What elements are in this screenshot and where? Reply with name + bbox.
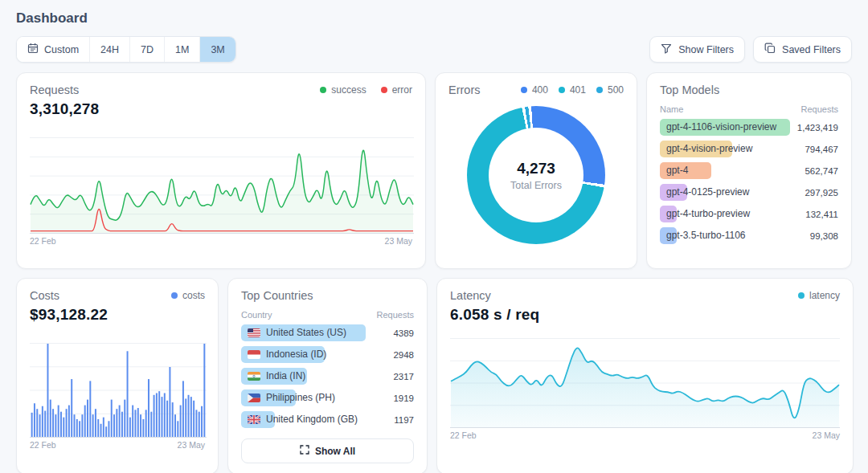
country-request-count: 2948 (372, 350, 414, 360)
table-row[interactable]: gpt-4-0125-preview297,925 (660, 184, 838, 201)
models-table-header: Name Requests (660, 104, 838, 114)
x-label-end: 23 May (178, 440, 205, 450)
latency-legend: latency (798, 290, 840, 301)
costs-card: Costs costs $93,128.22 22 Feb 23 May (16, 278, 219, 473)
top-models-title: Top Models (660, 84, 719, 96)
copy-icon (764, 43, 776, 56)
country-bar-track: India (IN) (241, 368, 366, 385)
costs-total: $93,128.22 (30, 306, 205, 324)
table-row[interactable]: gpt-4562,747 (660, 162, 838, 179)
requests-total: 3,310,278 (30, 100, 412, 118)
model-name: gpt-4-turbo-preview (660, 206, 790, 222)
country-name: United Kingdom (GB) (241, 411, 366, 428)
country-request-count: 1197 (372, 415, 414, 425)
model-name: gpt-4-0125-preview (660, 184, 790, 201)
table-row[interactable]: India (IN)2317 (241, 368, 414, 385)
countries-table-header: Country Requests (241, 310, 414, 320)
country-name: United States (US) (241, 324, 366, 341)
latency-area-chart (450, 338, 840, 428)
model-name: gpt-4-1106-vision-preview (660, 119, 790, 136)
calendar-icon (27, 43, 39, 56)
model-bar-track: gpt-4-vision-preview (660, 141, 790, 157)
error-400-dot-icon (521, 87, 527, 93)
latency-card-title: Latency (450, 289, 491, 302)
time-range-3m[interactable]: 3M (199, 37, 235, 62)
country-bar-track: United States (US) (241, 324, 366, 341)
costs-bar-chart (30, 343, 207, 438)
id-flag-icon (248, 350, 260, 359)
table-row[interactable]: Indonesia (ID)2948 (241, 346, 414, 363)
model-bar-track: gpt-4-1106-vision-preview (660, 119, 790, 136)
country-bar-track: Philippines (PH) (241, 389, 366, 406)
error-401-dot-icon (559, 87, 565, 93)
table-row[interactable]: gpt-3.5-turbo-110699,308 (660, 227, 838, 244)
filter-buttons: Show Filters Saved Filters (649, 36, 852, 63)
table-row[interactable]: United States (US)4389 (241, 324, 414, 341)
error-500-dot-icon (596, 87, 603, 93)
table-row[interactable]: gpt-4-1106-vision-preview1,423,419 (660, 119, 838, 136)
legend-error: error (381, 84, 412, 96)
legend-latency: latency (798, 290, 840, 301)
models-table-body: gpt-4-1106-vision-preview1,423,419gpt-4-… (660, 119, 838, 244)
model-bar-track: gpt-4-turbo-preview (660, 206, 790, 222)
requests-line-chart (30, 137, 414, 234)
latency-dot-icon (798, 292, 805, 299)
top-models-card: Top Models Name Requests gpt-4-1106-visi… (646, 72, 852, 269)
countries-header-requests: Requests (377, 310, 414, 320)
page-title: Dashboard (16, 10, 852, 27)
errors-donut-chart: 4,273 Total Errors (467, 106, 605, 244)
country-name: Indonesia (ID) (241, 346, 366, 363)
costs-x-axis: 22 Feb 23 May (30, 440, 205, 450)
requests-card-title: Requests (30, 84, 79, 96)
expand-icon (300, 445, 309, 457)
model-bar-track: gpt-4 (660, 162, 790, 179)
time-range-custom[interactable]: Custom (17, 37, 89, 62)
success-dot-icon (320, 87, 326, 93)
time-range-label: Custom (44, 44, 79, 55)
error-dot-icon (381, 87, 387, 93)
donut-center: 4,273 Total Errors (489, 128, 583, 222)
errors-card: Errors 400 401 500 (435, 72, 637, 269)
country-name: Philippines (PH) (241, 389, 366, 406)
top-countries-card: Top Countries Country Requests United St… (227, 278, 428, 473)
model-name: gpt-4 (660, 162, 790, 179)
x-label-end: 23 May (385, 236, 412, 246)
show-all-button[interactable]: Show All (241, 438, 414, 463)
x-label-start: 22 Feb (30, 236, 56, 246)
legend-401: 401 (559, 84, 586, 96)
country-request-count: 1919 (372, 393, 414, 403)
total-errors-value: 4,273 (517, 160, 555, 177)
country-name: India (IN) (241, 368, 366, 385)
table-row[interactable]: gpt-4-vision-preview794,467 (660, 141, 838, 157)
requests-legend: success error (320, 84, 412, 96)
countries-header-country: Country (241, 310, 272, 320)
x-label-end: 23 May (813, 430, 840, 440)
model-request-count: 99,308 (796, 231, 838, 241)
costs-dot-icon (171, 292, 178, 299)
show-filters-button[interactable]: Show Filters (649, 36, 745, 63)
country-bar-track: Indonesia (ID) (241, 346, 366, 363)
toolbar: Custom 24H 7D 1M 3M Show Filters (16, 36, 852, 63)
legend-500: 500 (596, 84, 624, 96)
requests-card: Requests success error 3,310,278 22 Feb … (16, 72, 426, 269)
latency-card: Latency latency 6.058 s / req 22 Feb 23 … (436, 278, 854, 473)
table-row[interactable]: Philippines (PH)1919 (241, 389, 414, 406)
legend-success: success (320, 84, 366, 96)
models-header-name: Name (660, 104, 683, 114)
time-range-24h[interactable]: 24H (89, 37, 129, 62)
legend-400: 400 (521, 84, 548, 96)
table-row[interactable]: United Kingdom (GB)1197 (241, 411, 414, 428)
gb-flag-icon (248, 415, 260, 424)
in-flag-icon (248, 372, 260, 381)
table-row[interactable]: gpt-4-turbo-preview132,411 (660, 206, 838, 222)
time-range-1m[interactable]: 1M (164, 37, 199, 62)
x-label-start: 22 Feb (30, 440, 56, 450)
saved-filters-button[interactable]: Saved Filters (753, 36, 852, 63)
model-name: gpt-3.5-turbo-1106 (660, 227, 790, 244)
countries-table-body: United States (US)4389Indonesia (ID)2948… (241, 324, 414, 428)
model-bar-track: gpt-4-0125-preview (660, 184, 790, 201)
time-range-7d[interactable]: 7D (129, 37, 164, 62)
costs-card-title: Costs (30, 289, 59, 302)
errors-legend: 400 401 500 (521, 84, 624, 96)
total-errors-label: Total Errors (510, 180, 562, 191)
